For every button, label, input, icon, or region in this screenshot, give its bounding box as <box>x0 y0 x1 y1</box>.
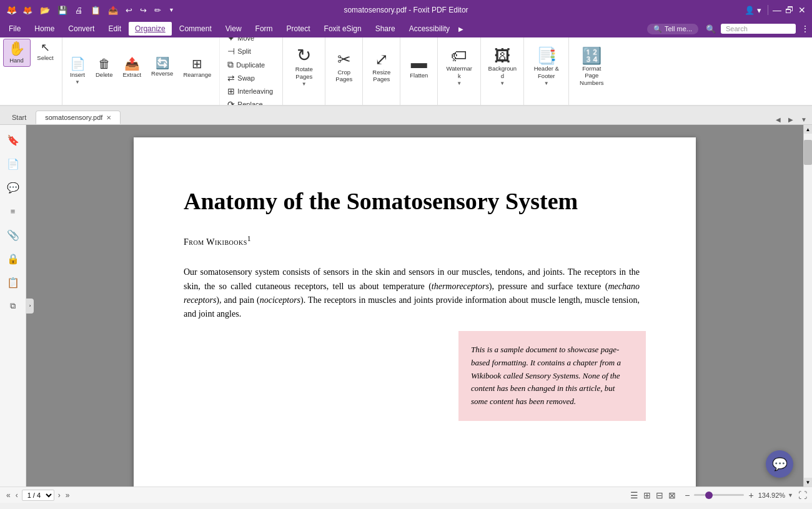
ribbon-group-watermark: 🏷 Watermark ▼ <box>438 37 481 105</box>
next-page-btn[interactable]: › <box>57 491 62 500</box>
qa-new-btn[interactable]: 🦊 <box>20 4 35 16</box>
background-button[interactable]: 🖼 Background ▼ <box>483 39 521 95</box>
resize-pages-button[interactable]: ⤢ ResizePages <box>368 39 395 95</box>
qa-export-btn[interactable]: 📤 <box>106 4 121 16</box>
format-page-numbers-button[interactable]: 🔢 Format PageNumbers <box>573 39 610 95</box>
tabs-scroll: ◀ ▶ ▼ <box>773 115 810 124</box>
menu-protect[interactable]: Protect <box>280 22 317 36</box>
tabs-scroll-right[interactable]: ▶ <box>786 115 796 124</box>
qa-open-btn[interactable]: 📂 <box>37 4 52 16</box>
more-options-btn[interactable]: ⋮ <box>801 24 810 34</box>
split-button[interactable]: ⊣ Split <box>224 45 280 57</box>
sidebar-layers[interactable]: ≡ <box>3 201 23 221</box>
menu-share[interactable]: Share <box>369 22 402 36</box>
menu-organize[interactable]: Organize <box>129 22 172 36</box>
select-button[interactable]: ↖ Select <box>32 39 59 64</box>
search-icon-2: 🔍 <box>706 24 716 34</box>
menu-convert[interactable]: Convert <box>62 22 101 36</box>
sidebar-compare[interactable]: ⧉ <box>3 296 23 316</box>
zoom-slider[interactable] <box>694 494 744 496</box>
menu-more-btn[interactable]: ▶ <box>457 23 465 35</box>
pdf-viewer[interactable]: Anatomy of the Somatosensory System From… <box>26 125 803 487</box>
zoom-in-btn[interactable]: + <box>746 490 755 500</box>
document-tab[interactable]: somatosensory.pdf ✕ <box>36 111 121 124</box>
search-box[interactable]: Search <box>721 24 796 34</box>
sidebar-comments[interactable]: 💬 <box>3 177 23 197</box>
tell-me-text: Tell me... <box>665 25 692 32</box>
sidebar-expand-btn[interactable]: › <box>26 299 34 314</box>
tab-close-btn[interactable]: ✕ <box>106 114 111 121</box>
qa-print-btn[interactable]: 🖨 <box>72 4 86 16</box>
tabs-scroll-left[interactable]: ◀ <box>773 115 783 124</box>
swap-icon: ⇄ <box>227 73 235 83</box>
menu-file[interactable]: File <box>2 22 27 36</box>
scroll-down-btn[interactable]: ▼ <box>804 478 812 487</box>
sidebar-attachments[interactable]: 📎 <box>3 225 23 245</box>
zoom-dropdown-btn[interactable]: ▼ <box>788 492 793 498</box>
hand-button[interactable]: ✋ Hand <box>3 39 31 67</box>
interleaving-icon: ⊞ <box>227 86 235 96</box>
crop-pages-button[interactable]: ✂ CropPages <box>330 39 358 95</box>
two-page-btn[interactable]: ⊞ <box>641 490 653 500</box>
qa-clipboard-btn[interactable]: 📋 <box>88 4 103 16</box>
sidebar-bookmarks[interactable]: 🔖 <box>3 130 23 150</box>
menu-view[interactable]: View <box>219 22 248 36</box>
view-buttons: ☰ ⊞ ⊟ ⊠ <box>628 490 678 500</box>
start-tab[interactable]: Start <box>2 111 36 124</box>
maximize-btn[interactable]: 🗗 <box>785 5 795 15</box>
sidebar-security[interactable]: 🔒 <box>3 249 23 269</box>
move-button[interactable]: ✦ Move <box>224 37 280 44</box>
fullscreen-btn[interactable]: ⛶ <box>798 490 807 500</box>
insert-button[interactable]: 📄 Insert ▼ <box>65 54 90 88</box>
tell-me-box[interactable]: 🔍 Tell me... <box>647 24 698 34</box>
scroll-up-btn[interactable]: ▲ <box>804 125 812 134</box>
single-page-btn[interactable]: ☰ <box>628 490 640 500</box>
titlebar: 🦊 🦊 📂 💾 🖨 📋 📤 ↩ ↪ ✏ ▼ somatosensory.pdf … <box>0 0 812 20</box>
watermark-button[interactable]: 🏷 Watermark ▼ <box>440 39 478 95</box>
tabs-dropdown-btn[interactable]: ▼ <box>798 115 810 124</box>
delete-icon: 🗑 <box>98 57 111 70</box>
chat-bubble-btn[interactable]: 💬 <box>766 450 793 478</box>
extract-button[interactable]: 📤 Extract <box>118 54 146 81</box>
headerfooter-dropdown-arrow: ▼ <box>544 81 549 86</box>
last-page-btn[interactable]: » <box>64 491 71 500</box>
rotate-pages-button[interactable]: ↻ RotatePages ▼ <box>290 39 318 95</box>
zoom-out-btn[interactable]: − <box>683 490 691 500</box>
qa-redo-btn[interactable]: ↪ <box>137 4 149 16</box>
replace-button[interactable]: ⟳ Replace <box>224 98 280 106</box>
rearrange-button[interactable]: ⊞ Rearrange <box>179 54 215 81</box>
interleaving-button[interactable]: ⊞ Interleaving <box>224 85 280 97</box>
prev-page-btn[interactable]: ‹ <box>14 491 19 500</box>
reverse-button[interactable]: 🔄 Reverse <box>147 54 177 80</box>
scroll-thumb[interactable] <box>804 140 812 165</box>
first-page-btn[interactable]: « <box>5 491 12 500</box>
sidebar-articles[interactable]: 📋 <box>3 272 23 292</box>
tabsbar: Start somatosensory.pdf ✕ ◀ ▶ ▼ <box>0 106 812 125</box>
menu-form[interactable]: Form <box>249 22 279 36</box>
qa-pen-btn[interactable]: ✏ <box>152 4 164 16</box>
page-selector[interactable]: 1 / 4 <box>22 490 54 501</box>
scroll-track[interactable] <box>804 134 812 478</box>
flatten-button[interactable]: ▬ Flatten <box>405 39 433 95</box>
sidebar-pages[interactable]: 📄 <box>3 154 23 174</box>
menu-foxitsign[interactable]: Foxit eSign <box>318 22 368 36</box>
ribbon: ✋ Hand ↖ Select 📄 Insert ▼ 🗑 Delete 📤 Ex… <box>0 37 812 106</box>
scroll-btn[interactable]: ⊟ <box>654 490 665 500</box>
close-btn[interactable]: ✕ <box>797 5 807 15</box>
menu-comment[interactable]: Comment <box>173 22 218 36</box>
menu-edit[interactable]: Edit <box>102 22 127 36</box>
qa-dropdown-btn[interactable]: ▼ <box>166 6 177 14</box>
menu-accessibility[interactable]: Accessibility <box>403 22 456 36</box>
qa-save-btn[interactable]: 💾 <box>55 4 70 16</box>
qa-undo-btn[interactable]: ↩ <box>123 4 135 16</box>
header-footer-button[interactable]: 📑 Header &Footer ▼ <box>530 39 563 95</box>
minimize-btn[interactable]: — <box>772 5 782 15</box>
right-scrollbar: ▲ ▼ <box>803 125 812 487</box>
delete-button[interactable]: 🗑 Delete <box>91 54 117 81</box>
facing-btn[interactable]: ⊠ <box>666 490 678 500</box>
duplicate-button[interactable]: ⧉ Duplicate <box>224 58 280 71</box>
account-btn[interactable]: 👤 ▾ <box>742 4 764 16</box>
swap-button[interactable]: ⇄ Swap <box>224 72 280 84</box>
duplicate-icon: ⧉ <box>227 59 234 70</box>
menu-home[interactable]: Home <box>28 22 61 36</box>
